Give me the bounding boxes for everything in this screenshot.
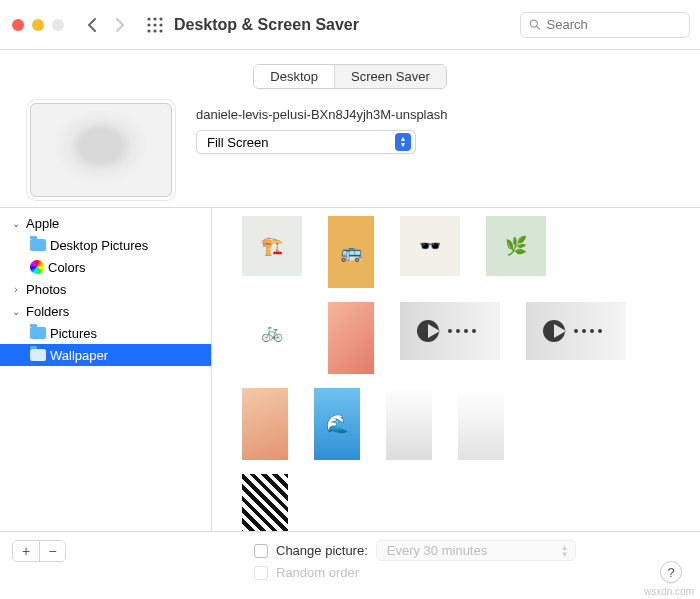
svg-point-3: [147, 23, 150, 26]
svg-point-6: [147, 29, 150, 32]
thumbnail-grid[interactable]: 🏗️ 🚌 🕶️ 🌿 🚲 🌊: [212, 208, 700, 531]
folder-icon: [30, 349, 46, 361]
thumbnail[interactable]: 🚌: [328, 216, 374, 288]
thumbnail[interactable]: [386, 388, 432, 460]
color-wheel-icon: [30, 260, 44, 274]
thumbnail[interactable]: [242, 388, 288, 460]
sidebar-label: Pictures: [50, 326, 97, 341]
svg-point-13: [464, 329, 468, 333]
window-controls: [12, 19, 64, 31]
sidebar-label: Folders: [26, 304, 69, 319]
main-split: ⌄ Apple Desktop Pictures Colors › Photos…: [0, 207, 700, 531]
tab-screen-saver[interactable]: Screen Saver: [334, 65, 446, 88]
minimize-window-button[interactable]: [32, 19, 44, 31]
select-arrows-icon: ▲▼: [395, 133, 411, 151]
add-remove-buttons: + −: [12, 540, 66, 562]
window-title: Desktop & Screen Saver: [174, 16, 359, 34]
help-button[interactable]: ?: [660, 561, 682, 583]
random-order-label: Random order: [276, 565, 359, 580]
chevron-down-icon: ⌄: [10, 306, 22, 317]
svg-point-16: [582, 329, 586, 333]
remove-folder-button[interactable]: −: [39, 541, 65, 561]
watermark: wsxdn.com: [644, 586, 694, 597]
thumbnail[interactable]: 🌊: [314, 388, 360, 460]
folder-icon: [30, 327, 46, 339]
sidebar-item-pictures[interactable]: Pictures: [0, 322, 211, 344]
svg-point-4: [153, 23, 156, 26]
thumbnail[interactable]: [458, 388, 504, 460]
svg-point-11: [448, 329, 452, 333]
chevron-right-icon: ›: [10, 284, 22, 295]
svg-point-12: [456, 329, 460, 333]
svg-line-10: [537, 26, 540, 29]
svg-point-18: [598, 329, 602, 333]
svg-point-14: [472, 329, 476, 333]
change-picture-label: Change picture:: [276, 543, 368, 558]
footer-controls: + − Change picture: Every 30 minutes ▲▼ …: [0, 531, 700, 593]
select-arrows-icon: ▲▼: [561, 544, 569, 558]
change-interval-value: Every 30 minutes: [387, 543, 487, 558]
search-icon: [529, 18, 541, 31]
svg-point-7: [153, 29, 156, 32]
wallpaper-preview-image: [38, 111, 164, 189]
svg-point-17: [590, 329, 594, 333]
sidebar-item-wallpaper[interactable]: Wallpaper: [0, 344, 211, 366]
sidebar-label: Colors: [48, 260, 86, 275]
fit-mode-select[interactable]: Fill Screen ▲▼: [196, 130, 416, 154]
chevron-down-icon: ⌄: [10, 218, 22, 229]
thumbnail[interactable]: 🚲: [242, 302, 302, 362]
thumbnail[interactable]: 🌿: [486, 216, 546, 276]
back-button[interactable]: [78, 11, 106, 39]
sidebar-item-desktop-pictures[interactable]: Desktop Pictures: [0, 234, 211, 256]
thumbnail[interactable]: 🏗️: [242, 216, 302, 276]
svg-point-5: [159, 23, 162, 26]
source-sidebar: ⌄ Apple Desktop Pictures Colors › Photos…: [0, 208, 212, 531]
sidebar-item-folders[interactable]: ⌄ Folders: [0, 300, 211, 322]
sidebar-item-apple[interactable]: ⌄ Apple: [0, 212, 211, 234]
svg-point-2: [159, 17, 162, 20]
random-order-checkbox: [254, 566, 268, 580]
svg-point-1: [153, 17, 156, 20]
nav-buttons: [78, 11, 134, 39]
thumbnail[interactable]: [526, 302, 626, 360]
thumbnail[interactable]: [242, 474, 288, 531]
change-picture-checkbox[interactable]: [254, 544, 268, 558]
thumbnail[interactable]: [400, 302, 500, 360]
forward-button: [106, 11, 134, 39]
thumbnail[interactable]: [328, 302, 374, 374]
folder-icon: [30, 239, 46, 251]
tab-segmented-control: Desktop Screen Saver: [253, 64, 446, 89]
svg-point-8: [159, 29, 162, 32]
thumbnail[interactable]: 🕶️: [400, 216, 460, 276]
sidebar-label: Desktop Pictures: [50, 238, 148, 253]
sidebar-label: Apple: [26, 216, 59, 231]
wallpaper-filename: daniele-levis-pelusi-BXn8J4yjh3M-unsplas…: [196, 107, 682, 122]
tab-bar: Desktop Screen Saver: [0, 50, 700, 97]
fit-mode-value: Fill Screen: [207, 135, 268, 150]
wallpaper-preview: [30, 103, 172, 197]
show-all-button[interactable]: [146, 16, 164, 34]
tab-desktop[interactable]: Desktop: [254, 65, 334, 88]
zoom-window-button[interactable]: [52, 19, 64, 31]
svg-point-0: [147, 17, 150, 20]
sidebar-label: Photos: [26, 282, 66, 297]
current-wallpaper-section: daniele-levis-pelusi-BXn8J4yjh3M-unsplas…: [0, 97, 700, 207]
svg-point-15: [574, 329, 578, 333]
sidebar-label: Wallpaper: [50, 348, 108, 363]
search-field[interactable]: [520, 12, 690, 38]
add-folder-button[interactable]: +: [13, 541, 39, 561]
change-interval-select: Every 30 minutes ▲▼: [376, 540, 576, 561]
close-window-button[interactable]: [12, 19, 24, 31]
sidebar-item-photos[interactable]: › Photos: [0, 278, 211, 300]
titlebar: Desktop & Screen Saver: [0, 0, 700, 50]
sidebar-item-colors[interactable]: Colors: [0, 256, 211, 278]
search-input[interactable]: [547, 17, 682, 32]
